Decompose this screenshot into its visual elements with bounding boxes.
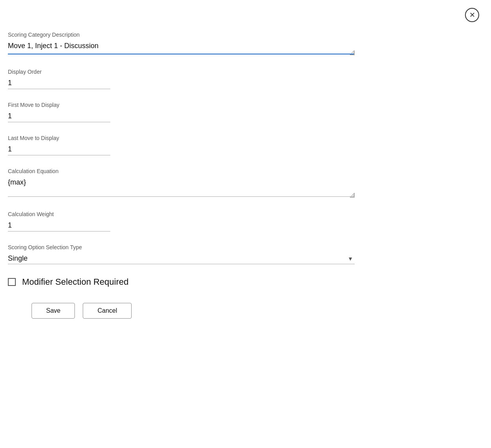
scoring-option-selection-type-wrapper: Single Multiple None ▼ bbox=[8, 253, 355, 264]
save-button[interactable]: Save bbox=[32, 303, 75, 319]
close-icon: ✕ bbox=[469, 11, 475, 19]
scoring-category-description-input[interactable] bbox=[8, 40, 355, 54]
calculation-weight-label: Calculation Weight bbox=[8, 211, 355, 217]
form-container: Scoring Category Description Display Ord… bbox=[0, 0, 378, 342]
modifier-selection-required-checkbox[interactable] bbox=[8, 278, 16, 286]
first-move-to-display-group: First Move to Display bbox=[8, 102, 355, 122]
cancel-button[interactable]: Cancel bbox=[83, 303, 132, 319]
scoring-category-description-group: Scoring Category Description bbox=[8, 32, 355, 56]
modifier-selection-required-label: Modifier Selection Required bbox=[22, 277, 128, 287]
scoring-category-description-label: Scoring Category Description bbox=[8, 32, 355, 38]
first-move-to-display-label: First Move to Display bbox=[8, 102, 355, 108]
scoring-category-description-wrapper bbox=[8, 40, 355, 56]
close-button[interactable]: ✕ bbox=[465, 8, 479, 22]
calculation-equation-group: Calculation Equation bbox=[8, 168, 355, 198]
last-move-to-display-group: Last Move to Display bbox=[8, 135, 355, 155]
display-order-input[interactable] bbox=[8, 77, 110, 89]
button-group: Save Cancel bbox=[8, 303, 355, 319]
scoring-option-selection-type-label: Scoring Option Selection Type bbox=[8, 244, 355, 250]
display-order-group: Display Order bbox=[8, 69, 355, 89]
last-move-to-display-input[interactable] bbox=[8, 144, 110, 155]
calculation-equation-wrapper bbox=[8, 177, 355, 198]
modifier-selection-required-group: Modifier Selection Required bbox=[8, 277, 355, 287]
calculation-equation-label: Calculation Equation bbox=[8, 168, 355, 174]
display-order-label: Display Order bbox=[8, 69, 355, 75]
calculation-weight-group: Calculation Weight bbox=[8, 211, 355, 231]
calculation-weight-input[interactable] bbox=[8, 220, 110, 231]
calculation-equation-input[interactable] bbox=[8, 177, 355, 197]
first-move-to-display-input[interactable] bbox=[8, 110, 110, 122]
scoring-option-selection-type-select[interactable]: Single Multiple None bbox=[8, 253, 355, 264]
last-move-to-display-label: Last Move to Display bbox=[8, 135, 355, 141]
scoring-option-selection-type-group: Scoring Option Selection Type Single Mul… bbox=[8, 244, 355, 264]
